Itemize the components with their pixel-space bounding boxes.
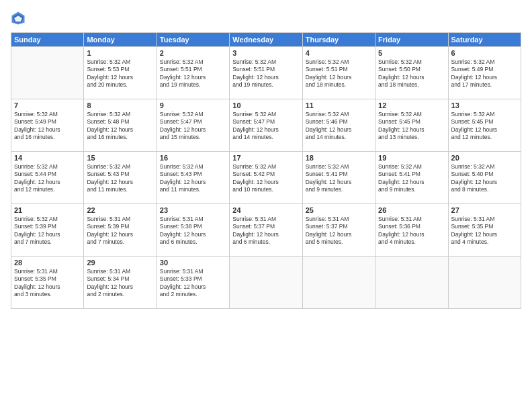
day-number: 9 [160,101,226,109]
day-info: Sunrise: 5:31 AMSunset: 5:37 PMDaylight:… [232,216,299,246]
calendar-table: SundayMondayTuesdayWednesdayThursdayFrid… [11,32,521,309]
col-header-monday: Monday [84,33,157,47]
col-header-saturday: Saturday [448,33,521,47]
day-cell: 1Sunrise: 5:32 AMSunset: 5:53 PMDaylight… [84,47,157,99]
day-cell: 21Sunrise: 5:32 AMSunset: 5:39 PMDayligh… [11,204,84,257]
day-info: Sunrise: 5:31 AMSunset: 5:38 PMDaylight:… [160,216,226,246]
day-info: Sunrise: 5:32 AMSunset: 5:48 PMDaylight:… [87,111,153,142]
day-cell: 2Sunrise: 5:32 AMSunset: 5:51 PMDaylight… [157,47,229,99]
day-info: Sunrise: 5:32 AMSunset: 5:49 PMDaylight:… [451,58,518,89]
logo-icon [11,11,26,26]
day-number: 18 [306,154,372,162]
week-row-4: 21Sunrise: 5:32 AMSunset: 5:39 PMDayligh… [11,204,521,257]
day-info: Sunrise: 5:32 AMSunset: 5:45 PMDaylight:… [451,111,518,142]
day-info: Sunrise: 5:32 AMSunset: 5:49 PMDaylight:… [14,111,81,142]
day-info: Sunrise: 5:32 AMSunset: 5:44 PMDaylight:… [14,163,81,194]
day-cell: 24Sunrise: 5:31 AMSunset: 5:37 PMDayligh… [230,204,302,257]
day-number: 21 [14,206,81,214]
day-info: Sunrise: 5:32 AMSunset: 5:40 PMDaylight:… [451,163,518,194]
day-info: Sunrise: 5:31 AMSunset: 5:39 PMDaylight:… [87,216,153,246]
day-info: Sunrise: 5:32 AMSunset: 5:42 PMDaylight:… [232,163,299,194]
day-cell: 11Sunrise: 5:32 AMSunset: 5:46 PMDayligh… [302,99,375,152]
day-cell: 13Sunrise: 5:32 AMSunset: 5:45 PMDayligh… [448,99,521,152]
day-cell: 30Sunrise: 5:31 AMSunset: 5:33 PMDayligh… [157,257,229,309]
week-row-2: 7Sunrise: 5:32 AMSunset: 5:49 PMDaylight… [11,99,521,152]
day-number: 20 [451,154,518,162]
col-header-sunday: Sunday [11,33,84,47]
day-cell: 26Sunrise: 5:31 AMSunset: 5:36 PMDayligh… [375,204,448,257]
week-row-5: 28Sunrise: 5:31 AMSunset: 5:35 PMDayligh… [11,257,521,309]
day-cell [230,257,302,309]
day-info: Sunrise: 5:32 AMSunset: 5:47 PMDaylight:… [160,111,226,142]
day-cell: 22Sunrise: 5:31 AMSunset: 5:39 PMDayligh… [84,204,157,257]
day-cell: 7Sunrise: 5:32 AMSunset: 5:49 PMDaylight… [11,99,84,152]
day-cell: 16Sunrise: 5:32 AMSunset: 5:43 PMDayligh… [157,152,229,204]
week-row-3: 14Sunrise: 5:32 AMSunset: 5:44 PMDayligh… [11,152,521,204]
day-info: Sunrise: 5:32 AMSunset: 5:51 PMDaylight:… [160,58,226,89]
day-number: 27 [451,206,518,214]
day-cell: 18Sunrise: 5:32 AMSunset: 5:41 PMDayligh… [302,152,375,204]
day-cell: 5Sunrise: 5:32 AMSunset: 5:50 PMDaylight… [375,47,448,99]
day-info: Sunrise: 5:32 AMSunset: 5:50 PMDaylight:… [378,58,445,89]
day-cell: 17Sunrise: 5:32 AMSunset: 5:42 PMDayligh… [230,152,302,204]
day-number: 8 [87,101,153,109]
day-info: Sunrise: 5:31 AMSunset: 5:34 PMDaylight:… [87,268,153,299]
day-number: 30 [160,259,226,267]
day-number: 17 [232,154,299,162]
day-cell [302,257,375,309]
day-cell: 8Sunrise: 5:32 AMSunset: 5:48 PMDaylight… [84,99,157,152]
day-cell: 15Sunrise: 5:32 AMSunset: 5:43 PMDayligh… [84,152,157,204]
day-cell: 28Sunrise: 5:31 AMSunset: 5:35 PMDayligh… [11,257,84,309]
day-cell: 4Sunrise: 5:32 AMSunset: 5:51 PMDaylight… [302,47,375,99]
day-cell: 19Sunrise: 5:32 AMSunset: 5:41 PMDayligh… [375,152,448,204]
header-row: SundayMondayTuesdayWednesdayThursdayFrid… [11,33,521,47]
col-header-tuesday: Tuesday [157,33,229,47]
day-cell [448,257,521,309]
day-number: 6 [451,49,518,57]
day-info: Sunrise: 5:32 AMSunset: 5:47 PMDaylight:… [232,111,299,142]
day-info: Sunrise: 5:32 AMSunset: 5:45 PMDaylight:… [378,111,445,142]
day-number: 25 [306,206,372,214]
day-cell: 23Sunrise: 5:31 AMSunset: 5:38 PMDayligh… [157,204,229,257]
day-number: 28 [14,259,81,267]
day-number: 4 [306,49,372,57]
col-header-thursday: Thursday [302,33,375,47]
day-info: Sunrise: 5:31 AMSunset: 5:33 PMDaylight:… [160,268,226,299]
logo [11,11,28,26]
day-cell: 9Sunrise: 5:32 AMSunset: 5:47 PMDaylight… [157,99,229,152]
week-row-1: 1Sunrise: 5:32 AMSunset: 5:53 PMDaylight… [11,47,521,99]
day-number: 2 [160,49,226,57]
day-cell [375,257,448,309]
day-info: Sunrise: 5:31 AMSunset: 5:35 PMDaylight:… [14,268,81,299]
day-info: Sunrise: 5:32 AMSunset: 5:41 PMDaylight:… [306,163,372,194]
day-info: Sunrise: 5:32 AMSunset: 5:53 PMDaylight:… [87,58,153,89]
day-cell: 25Sunrise: 5:31 AMSunset: 5:37 PMDayligh… [302,204,375,257]
day-cell: 10Sunrise: 5:32 AMSunset: 5:47 PMDayligh… [230,99,302,152]
day-number: 19 [378,154,445,162]
page: SundayMondayTuesdayWednesdayThursdayFrid… [0,0,532,411]
day-info: Sunrise: 5:32 AMSunset: 5:51 PMDaylight:… [232,58,299,89]
day-cell: 12Sunrise: 5:32 AMSunset: 5:45 PMDayligh… [375,99,448,152]
day-number: 16 [160,154,226,162]
day-cell: 6Sunrise: 5:32 AMSunset: 5:49 PMDaylight… [448,47,521,99]
day-number: 15 [87,154,153,162]
day-info: Sunrise: 5:31 AMSunset: 5:36 PMDaylight:… [378,216,445,246]
day-cell: 14Sunrise: 5:32 AMSunset: 5:44 PMDayligh… [11,152,84,204]
day-number: 24 [232,206,299,214]
day-cell [11,47,84,99]
day-number: 10 [232,101,299,109]
day-number: 29 [87,259,153,267]
day-number: 1 [87,49,153,57]
day-number: 3 [232,49,299,57]
day-number: 11 [306,101,372,109]
header [11,11,521,26]
day-cell: 27Sunrise: 5:31 AMSunset: 5:35 PMDayligh… [448,204,521,257]
day-cell: 20Sunrise: 5:32 AMSunset: 5:40 PMDayligh… [448,152,521,204]
day-number: 13 [451,101,518,109]
day-number: 26 [378,206,445,214]
day-number: 7 [14,101,81,109]
day-info: Sunrise: 5:31 AMSunset: 5:37 PMDaylight:… [306,216,372,246]
day-info: Sunrise: 5:32 AMSunset: 5:51 PMDaylight:… [306,58,372,89]
day-info: Sunrise: 5:31 AMSunset: 5:35 PMDaylight:… [451,216,518,246]
day-cell: 3Sunrise: 5:32 AMSunset: 5:51 PMDaylight… [230,47,302,99]
